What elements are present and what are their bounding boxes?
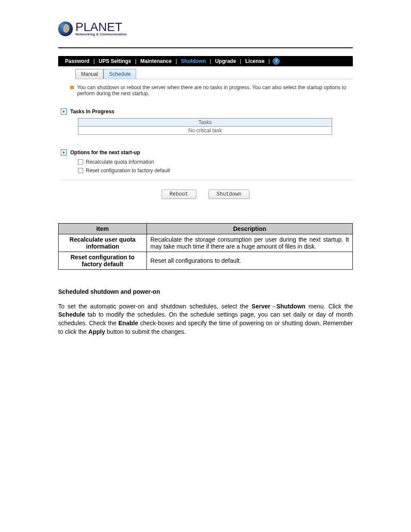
text-bold: Apply	[88, 328, 105, 335]
td-item: Recalculate user quota information	[59, 234, 147, 252]
nav-upgrade[interactable]: Upgrade	[212, 58, 240, 64]
option-label: Recalculate quota information	[86, 159, 154, 165]
tab-manual[interactable]: Manual	[75, 69, 103, 79]
options-box: Recalculate quota information Reset conf…	[78, 159, 353, 174]
th-item: Item	[59, 224, 147, 234]
text: To set the automatic power-on and shutdo…	[58, 303, 252, 310]
nav-ups-settings[interactable]: UPS Settings	[95, 58, 134, 64]
text-bold: Server→Shutdown	[252, 303, 305, 310]
options-title: Options for the next start-up	[70, 149, 140, 156]
tasks-table: Tasks No critical task	[78, 118, 332, 135]
tasks-row: No critical task	[78, 127, 332, 135]
td-item: Reset configuration to factory default	[59, 252, 147, 270]
description-table: Item Description Recalculate user quota …	[58, 223, 353, 270]
shutdown-button[interactable]: Shutdown	[209, 190, 250, 199]
option-row: Reset configuration to factory default	[78, 168, 353, 174]
nav-password[interactable]: Password	[62, 58, 93, 64]
text-bold: Schedule	[58, 311, 85, 318]
option-label: Reset configuration to factory default	[86, 168, 170, 174]
option-row: Recalculate quota information	[78, 159, 353, 165]
text: menu. Click the	[305, 303, 353, 310]
arrow-right-icon	[61, 149, 67, 156]
body-heading: Scheduled shutdown and power-on	[58, 288, 353, 296]
text-bold: Enable	[118, 320, 138, 327]
checkbox-recalculate[interactable]	[78, 159, 83, 165]
divider	[58, 47, 353, 48]
brand-logo: PLANET Networking & Communication	[58, 22, 353, 36]
info-text: You can shutdown or reboot the server wh…	[77, 84, 353, 96]
ui-panel: Password | UPS Settings | Maintenance | …	[58, 56, 353, 199]
tasks-title: Tasks In Progress	[70, 109, 115, 115]
options-section-head: Options for the next start-up	[61, 149, 353, 156]
td-desc: Recalculate the storage consumption per …	[147, 234, 353, 252]
top-nav: Password | UPS Settings | Maintenance | …	[58, 56, 353, 66]
nav-license[interactable]: License	[242, 58, 268, 64]
body-paragraph: To set the automatic power-on and shutdo…	[58, 302, 353, 336]
nav-maintenance[interactable]: Maintenance	[137, 58, 175, 64]
arrow-right-icon	[61, 109, 67, 115]
info-message: You can shutdown or reboot the server wh…	[70, 84, 353, 96]
help-icon[interactable]: ?	[273, 58, 280, 65]
tasks-section-head: Tasks In Progress	[61, 109, 353, 115]
td-desc: Reset all configurations to default.	[147, 252, 353, 270]
table-row: Reset configuration to factory default R…	[59, 252, 353, 270]
table-row: Recalculate user quota information Recal…	[59, 234, 353, 252]
brand-name: PLANET	[75, 22, 127, 32]
th-description: Description	[147, 224, 353, 234]
brand-tagline: Networking & Communication	[75, 32, 127, 36]
tab-schedule[interactable]: Schedule	[103, 69, 136, 79]
nav-sep: |	[268, 58, 270, 64]
nav-shutdown[interactable]: Shutdown	[177, 58, 209, 64]
checkbox-reset-factory[interactable]	[78, 168, 83, 173]
globe-icon	[58, 22, 73, 36]
tab-strip: Manual Schedule	[75, 66, 353, 79]
tasks-header: Tasks	[78, 118, 332, 127]
reboot-button[interactable]: Reboot	[162, 190, 196, 199]
bullet-icon	[70, 86, 74, 89]
body-text: Scheduled shutdown and power-on To set t…	[58, 288, 353, 336]
button-row: Reboot Shutdown	[58, 190, 353, 199]
text: button to submit the changes.	[105, 328, 186, 335]
thin-divider	[60, 180, 353, 180]
